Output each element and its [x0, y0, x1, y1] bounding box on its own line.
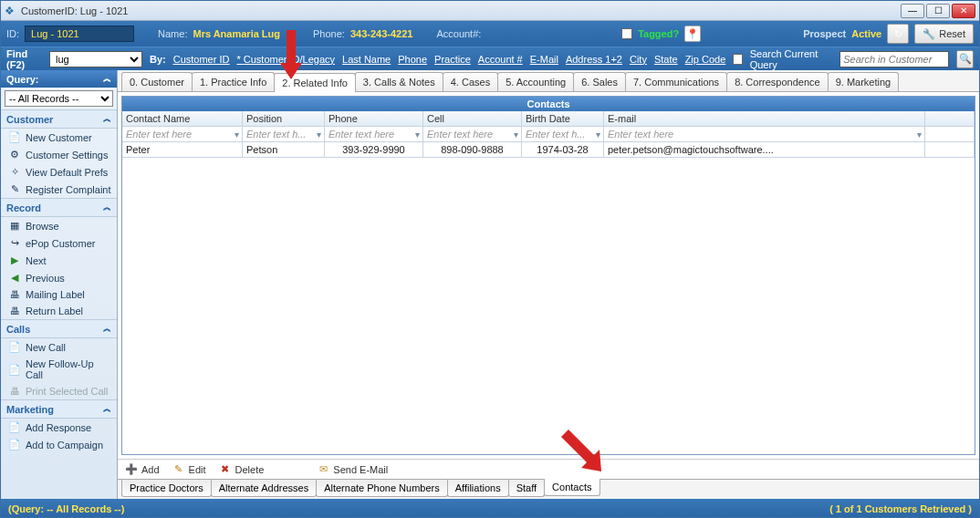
- action-bar: ➕Add ✎Edit ✖Delete ✉Send E-Mail: [118, 459, 979, 479]
- filter-icon: ▾: [514, 130, 518, 140]
- tab-cases[interactable]: 4. Cases: [443, 72, 498, 91]
- by-phone[interactable]: Phone: [398, 54, 427, 65]
- sidebar-item-epop-customer[interactable]: ↪ePop Customer: [1, 234, 117, 252]
- filter-cell[interactable]: Enter text here▾: [423, 127, 522, 142]
- filter-email[interactable]: Enter text here▾: [604, 127, 925, 142]
- close-button[interactable]: ✕: [952, 4, 975, 18]
- col-birth-date[interactable]: Birth Date: [522, 111, 604, 127]
- group-marketing[interactable]: Marketing︽: [1, 399, 117, 419]
- search-button[interactable]: 🔍: [956, 50, 974, 68]
- by-address[interactable]: Address 1+2: [566, 54, 622, 65]
- filter-contact-name[interactable]: Enter text here▾: [122, 127, 243, 142]
- sidebar-item-add-to-campaign[interactable]: 📄Add to Campaign: [1, 436, 117, 453]
- sidebar-item-next[interactable]: ▶Next: [1, 252, 117, 269]
- main-content: 0. Customer 1. Practice Info 2. Related …: [118, 70, 979, 499]
- maximize-button[interactable]: ☐: [926, 4, 950, 18]
- by-practice[interactable]: Practice: [434, 54, 471, 65]
- query-header[interactable]: Query:︽: [1, 70, 117, 88]
- sidebar-item-view-default-prefs[interactable]: ✧View Default Prefs: [1, 163, 117, 181]
- col-email[interactable]: E-mail: [604, 111, 925, 127]
- send-email-button[interactable]: ✉Send E-Mail: [317, 463, 388, 475]
- name-label: Name:: [158, 28, 187, 39]
- group-calls[interactable]: Calls︽: [1, 319, 117, 338]
- sidebar-item-browse[interactable]: ▦Browse: [1, 217, 117, 234]
- find-input[interactable]: lug: [49, 51, 142, 67]
- reset-button[interactable]: 🔧Reset: [914, 24, 974, 44]
- tab-practice-info[interactable]: 1. Practice Info: [192, 72, 275, 91]
- group-customer[interactable]: Customer︽: [1, 109, 117, 129]
- col-cell[interactable]: Cell: [423, 111, 522, 127]
- search-in-customer-input[interactable]: [839, 51, 949, 67]
- sidebar-item-new-call[interactable]: 📄New Call: [1, 338, 117, 356]
- sidebar-item-register-complaint[interactable]: ✎Register Complaint: [1, 181, 117, 198]
- btab-alternate-phone-numbers[interactable]: Alternate Phone Numbers: [316, 480, 448, 497]
- tab-related-info[interactable]: 2. Related Info: [274, 73, 356, 92]
- by-city[interactable]: City: [630, 54, 647, 65]
- filter-icon: ▾: [415, 130, 420, 140]
- page-icon: 📄: [8, 421, 21, 433]
- chevron-up-icon: ︽: [103, 323, 111, 335]
- edit-button[interactable]: ✎Edit: [172, 463, 206, 475]
- col-contact-name[interactable]: Contact Name: [122, 111, 243, 127]
- by-last-name[interactable]: Last Name: [342, 54, 391, 65]
- tagged-checkbox[interactable]: [621, 28, 632, 39]
- query-select[interactable]: -- All Records --: [5, 90, 113, 107]
- sidebar-item-new-follow-up-call[interactable]: 📄New Follow-Up Call: [1, 356, 117, 383]
- page-icon: 📄: [8, 364, 21, 376]
- grid-body[interactable]: Peter Petson 393-929-9990 898-090-9888 1…: [122, 142, 975, 454]
- play-icon: ▶: [8, 254, 21, 266]
- app-icon: ❖: [5, 5, 17, 17]
- by-account[interactable]: Account #: [478, 54, 523, 65]
- sidebar-item-return-label[interactable]: 🖶Return Label: [1, 303, 117, 319]
- phone-value: 343-243-4221: [350, 28, 413, 39]
- delete-button[interactable]: ✖Delete: [219, 463, 265, 475]
- search-current-query-checkbox[interactable]: [733, 54, 742, 65]
- add-button[interactable]: ➕Add: [125, 463, 160, 475]
- chevron-up-icon: ︽: [103, 73, 111, 85]
- sidebar-item-customer-settings[interactable]: ⚙Customer Settings: [1, 146, 117, 163]
- filter-phone[interactable]: Enter text here▾: [325, 127, 423, 142]
- btab-practice-doctors[interactable]: Practice Doctors: [121, 480, 212, 497]
- btab-affiliations[interactable]: Affiliations: [447, 480, 509, 497]
- btab-contacts[interactable]: Contacts: [544, 479, 599, 496]
- tab-marketing[interactable]: 9. Marketing: [828, 72, 900, 91]
- by-zip[interactable]: Zip Code: [685, 54, 726, 65]
- filter-icon: ▾: [317, 130, 321, 140]
- envelope-icon: ✉: [317, 463, 329, 475]
- id-field[interactable]: [25, 26, 134, 42]
- by-customer-id[interactable]: Customer ID: [173, 54, 230, 65]
- col-phone[interactable]: Phone: [325, 111, 423, 127]
- minimize-button[interactable]: —: [901, 4, 924, 18]
- tab-accounting[interactable]: 5. Accounting: [497, 72, 574, 91]
- filter-birth[interactable]: Enter text h...▾: [522, 127, 604, 142]
- pencil-icon: ✎: [172, 463, 185, 475]
- by-email[interactable]: E-Mail: [530, 54, 558, 65]
- cell-position: Petson: [243, 142, 325, 158]
- group-record[interactable]: Record︽: [1, 198, 117, 217]
- map-pin-button[interactable]: 📍: [684, 26, 701, 42]
- btab-alternate-addresses[interactable]: Alternate Addresses: [211, 480, 317, 497]
- by-customer-id-legacy[interactable]: Customer ID/Legacy: [236, 54, 335, 65]
- id-label: ID:: [6, 28, 19, 39]
- tab-correspondence[interactable]: 8. Correspondence: [726, 72, 829, 91]
- by-state[interactable]: State: [654, 54, 678, 65]
- filter-position[interactable]: Enter text h...▾: [243, 127, 325, 142]
- tab-customer[interactable]: 0. Customer: [121, 72, 193, 91]
- contacts-grid: Contacts Contact Name Position Phone Cel…: [121, 96, 975, 455]
- printer-icon: 🖶: [8, 386, 21, 397]
- tab-calls-notes[interactable]: 3. Calls & Notes: [355, 72, 443, 91]
- refresh-button[interactable]: ↻: [887, 24, 909, 44]
- table-row[interactable]: Peter Petson 393-929-9990 898-090-9888 1…: [122, 142, 975, 158]
- sidebar: Query:︽ -- All Records -- Customer︽ 📄New…: [1, 70, 118, 499]
- col-position[interactable]: Position: [243, 111, 325, 127]
- btab-staff[interactable]: Staff: [508, 480, 545, 497]
- sidebar-item-add-response[interactable]: 📄Add Response: [1, 419, 117, 436]
- tab-sales[interactable]: 6. Sales: [573, 72, 626, 91]
- tab-communications[interactable]: 7. Communications: [625, 72, 727, 91]
- pencil-icon: ✎: [8, 183, 21, 195]
- sidebar-item-mailing-label[interactable]: 🖶Mailing Label: [1, 286, 117, 303]
- sidebar-item-new-customer[interactable]: 📄New Customer: [1, 129, 117, 146]
- filter-icon: ▾: [596, 130, 600, 140]
- wrench-icon: 🔧: [923, 28, 935, 40]
- sidebar-item-previous[interactable]: ◀Previous: [1, 269, 117, 286]
